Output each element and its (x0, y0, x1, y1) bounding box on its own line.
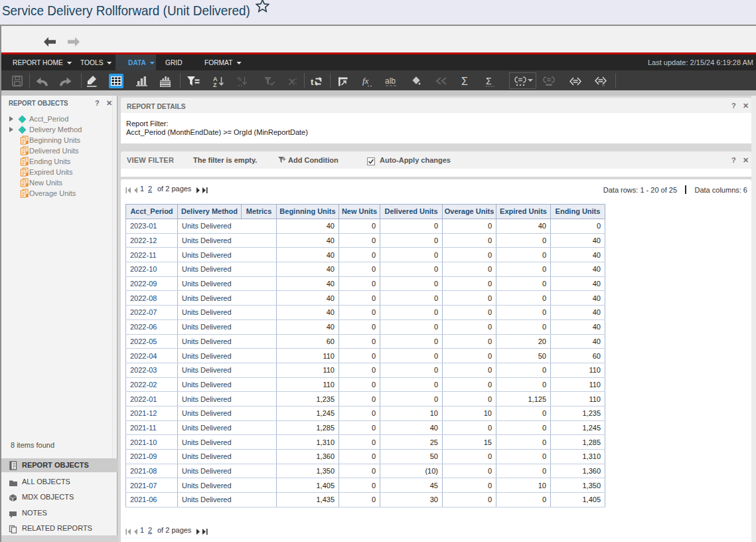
svg-text:alb: alb (385, 76, 396, 86)
svg-text:X: X (289, 76, 295, 86)
svg-text:t: t (311, 76, 314, 86)
svg-text:Z: Z (213, 82, 217, 87)
svg-text:Σ: Σ (461, 76, 468, 86)
svg-text:fx: fx (362, 76, 369, 86)
svg-text:Σ: Σ (486, 76, 492, 86)
svg-text:✎: ✎ (237, 76, 242, 83)
